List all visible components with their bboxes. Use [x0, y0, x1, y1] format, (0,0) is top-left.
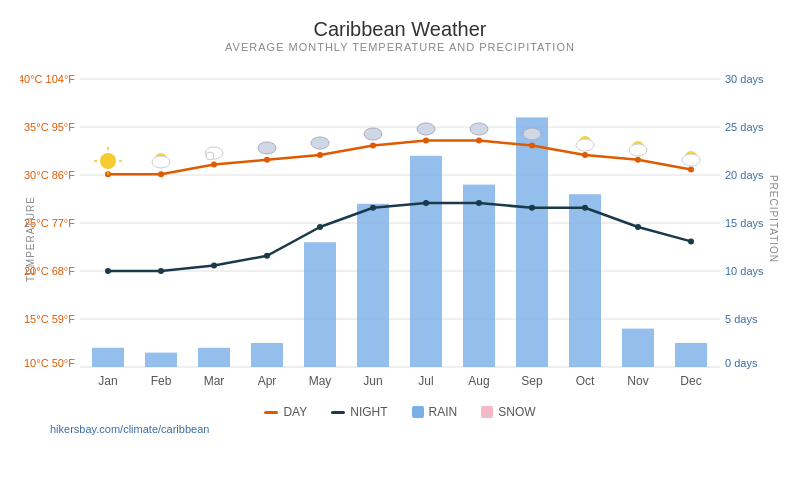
rain-bar-icon	[412, 406, 424, 418]
svg-point-39	[317, 152, 323, 158]
svg-text:10 days: 10 days	[725, 265, 764, 277]
legend-rain-label: RAIN	[429, 405, 458, 419]
svg-text:Feb: Feb	[151, 374, 172, 388]
legend-rain: RAIN	[412, 405, 458, 419]
legend-night-label: NIGHT	[350, 405, 387, 419]
svg-text:15 days: 15 days	[725, 217, 764, 229]
svg-text:25 days: 25 days	[725, 121, 764, 133]
svg-text:5 days: 5 days	[725, 313, 758, 325]
svg-point-70	[364, 128, 382, 140]
svg-text:35°C 95°F: 35°C 95°F	[24, 121, 75, 133]
svg-point-46	[688, 166, 694, 172]
svg-point-43	[529, 142, 535, 148]
svg-rect-24	[145, 353, 177, 367]
svg-point-65	[152, 156, 170, 168]
svg-point-79	[682, 154, 700, 166]
main-svg: 40°C 104°F 35°C 95°F 30°C 86°F 25°C 77°F…	[20, 59, 780, 399]
svg-text:Nov: Nov	[627, 374, 648, 388]
svg-point-57	[635, 224, 641, 230]
svg-point-47	[105, 268, 111, 274]
chart-title: Caribbean Weather	[20, 10, 780, 41]
chart-area: 40°C 104°F 35°C 95°F 30°C 86°F 25°C 77°F…	[20, 59, 780, 399]
svg-text:Jan: Jan	[98, 374, 117, 388]
svg-text:May: May	[309, 374, 332, 388]
svg-text:Aug: Aug	[468, 374, 489, 388]
svg-point-41	[423, 138, 429, 144]
svg-text:Apr: Apr	[258, 374, 277, 388]
svg-text:Dec: Dec	[680, 374, 701, 388]
svg-point-53	[423, 200, 429, 206]
svg-rect-31	[516, 117, 548, 367]
svg-text:Oct: Oct	[576, 374, 595, 388]
svg-point-50	[264, 253, 270, 259]
svg-rect-23	[92, 348, 124, 367]
svg-text:Jun: Jun	[363, 374, 382, 388]
svg-text:30 days: 30 days	[725, 73, 764, 85]
chart-subtitle: AVERAGE MONTHLY TEMPERATURE AND PRECIPIT…	[20, 41, 780, 53]
svg-point-54	[476, 200, 482, 206]
snow-bar-icon	[481, 406, 493, 418]
legend-day: DAY	[264, 405, 307, 419]
legend-snow-label: SNOW	[498, 405, 535, 419]
svg-rect-34	[675, 343, 707, 367]
svg-text:TEMPERATURE: TEMPERATURE	[25, 196, 36, 282]
day-line-icon	[264, 411, 278, 414]
svg-point-51	[317, 224, 323, 230]
svg-point-36	[158, 171, 164, 177]
svg-text:Sep: Sep	[521, 374, 543, 388]
legend-night: NIGHT	[331, 405, 387, 419]
chart-container: Caribbean Weather AVERAGE MONTHLY TEMPER…	[0, 0, 800, 500]
svg-point-37	[211, 162, 217, 168]
svg-point-67	[206, 152, 214, 160]
legend-day-label: DAY	[283, 405, 307, 419]
legend: DAY NIGHT RAIN SNOW	[20, 405, 780, 419]
svg-point-69	[311, 137, 329, 149]
svg-point-75	[576, 139, 594, 151]
footer-link[interactable]: hikersbay.com/climate/caribbean	[20, 423, 780, 435]
svg-rect-32	[569, 194, 601, 367]
svg-point-71	[417, 123, 435, 135]
svg-text:PRECIPITATION: PRECIPITATION	[768, 175, 779, 263]
svg-point-68	[258, 142, 276, 154]
svg-rect-26	[251, 343, 283, 367]
svg-point-38	[264, 157, 270, 163]
svg-rect-27	[304, 242, 336, 367]
svg-point-72	[470, 123, 488, 135]
svg-rect-28	[357, 204, 389, 367]
svg-rect-29	[410, 156, 442, 367]
svg-point-48	[158, 268, 164, 274]
svg-point-73	[523, 128, 541, 140]
svg-text:20 days: 20 days	[725, 169, 764, 181]
svg-point-55	[529, 205, 535, 211]
svg-point-44	[582, 152, 588, 158]
svg-text:30°C 86°F: 30°C 86°F	[24, 169, 75, 181]
legend-snow: SNOW	[481, 405, 535, 419]
svg-point-59	[100, 153, 116, 169]
night-line-icon	[331, 411, 345, 414]
svg-point-45	[635, 157, 641, 163]
svg-rect-33	[622, 329, 654, 367]
svg-text:Jul: Jul	[418, 374, 433, 388]
svg-text:40°C 104°F: 40°C 104°F	[20, 73, 75, 85]
svg-text:Mar: Mar	[204, 374, 225, 388]
svg-rect-25	[198, 348, 230, 367]
svg-point-40	[370, 142, 376, 148]
svg-text:0 days: 0 days	[725, 357, 758, 369]
svg-point-56	[582, 205, 588, 211]
svg-point-77	[629, 144, 647, 156]
svg-point-42	[476, 138, 482, 144]
svg-point-49	[211, 262, 217, 268]
svg-point-52	[370, 205, 376, 211]
svg-text:10°C 50°F: 10°C 50°F	[24, 357, 75, 369]
svg-rect-30	[463, 185, 495, 367]
svg-point-58	[688, 238, 694, 244]
svg-text:15°C 59°F: 15°C 59°F	[24, 313, 75, 325]
